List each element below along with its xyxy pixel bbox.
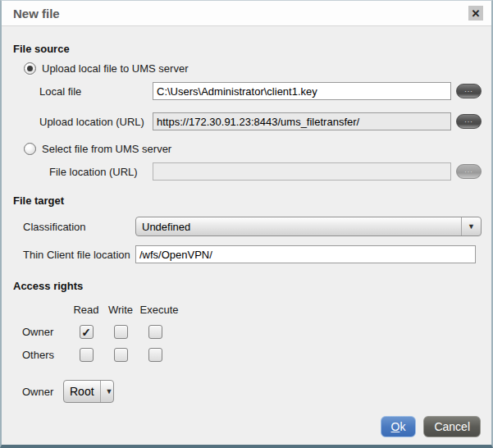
- chevron-down-icon[interactable]: ▼: [100, 381, 118, 402]
- column-execute: Execute: [138, 304, 180, 316]
- file-location-browse-button: ...: [456, 164, 482, 179]
- dialog-title: New file: [13, 7, 468, 21]
- local-file-browse-button[interactable]: ...: [456, 84, 482, 98]
- column-read: Read: [69, 304, 103, 316]
- owner-select-label: Owner: [22, 386, 62, 398]
- select-from-ums-radio-row: Select file from UMS server: [24, 143, 482, 155]
- local-file-row: Local file ...: [39, 82, 482, 100]
- others-row-label: Others: [22, 349, 69, 361]
- owner-execute-checkbox[interactable]: ✓: [148, 325, 162, 339]
- chevron-down-icon[interactable]: ▼: [461, 217, 481, 235]
- others-read-checkbox[interactable]: ✓: [80, 348, 94, 362]
- ok-button[interactable]: Ok: [381, 416, 417, 437]
- local-file-label: Local file: [39, 85, 153, 98]
- owner-write-checkbox[interactable]: ✓: [114, 325, 128, 339]
- thin-client-location-label: Thin Client file location: [23, 249, 135, 261]
- file-target-header: File target: [13, 194, 482, 207]
- footer-buttons: Ok Cancel: [381, 416, 481, 437]
- upload-location-row: Upload location (URL) ...: [39, 112, 482, 130]
- upload-location-input[interactable]: [153, 112, 451, 130]
- close-icon[interactable]: ✕: [468, 6, 483, 21]
- file-location-label: File location (URL): [49, 166, 153, 178]
- new-file-dialog: New file ✕ File source Upload local file…: [0, 0, 493, 448]
- file-location-input: [153, 162, 451, 181]
- upload-location-label: Upload location (URL): [39, 116, 153, 128]
- upload-location-browse-button[interactable]: ...: [456, 114, 482, 129]
- classification-row: Classification Undefined ▼: [23, 217, 482, 236]
- dialog-body: File source Upload local file to UMS ser…: [2, 26, 491, 403]
- upload-local-radio[interactable]: [24, 62, 36, 75]
- select-from-ums-radio-label[interactable]: Select file from UMS server: [42, 143, 171, 155]
- classification-value: Undefined: [136, 221, 461, 233]
- owner-row-label: Owner: [22, 326, 69, 338]
- others-execute-checkbox[interactable]: ✓: [148, 348, 162, 362]
- upload-local-radio-label[interactable]: Upload local file to UMS server: [42, 62, 188, 75]
- cancel-button[interactable]: Cancel: [423, 416, 481, 437]
- thin-client-location-input[interactable]: [135, 245, 476, 263]
- owner-select-row: Owner Root ▼: [22, 380, 482, 403]
- owner-select-value: Root: [64, 385, 100, 398]
- title-bar: New file ✕: [2, 1, 491, 26]
- owner-rights-row: Owner ✓ ✓ ✓: [22, 325, 482, 339]
- others-rights-row: Others ✓ ✓ ✓: [22, 348, 482, 362]
- access-rights-grid: Read Write Execute Owner ✓ ✓ ✓ Others ✓ …: [22, 304, 482, 362]
- column-write: Write: [103, 304, 138, 316]
- others-write-checkbox[interactable]: ✓: [114, 348, 128, 362]
- owner-select[interactable]: Root ▼: [63, 380, 114, 403]
- thin-client-location-row: Thin Client file location: [23, 245, 482, 263]
- file-location-row: File location (URL) ...: [49, 162, 482, 181]
- file-source-header: File source: [13, 43, 482, 55]
- classification-select[interactable]: Undefined ▼: [135, 217, 482, 236]
- upload-local-radio-row: Upload local file to UMS server: [24, 62, 482, 75]
- access-rights-header: Access rights: [13, 280, 482, 292]
- local-file-input[interactable]: [153, 82, 451, 100]
- access-rights-columns: Read Write Execute: [22, 304, 482, 316]
- owner-read-checkbox[interactable]: ✓: [80, 325, 94, 339]
- select-from-ums-radio[interactable]: [24, 143, 36, 155]
- classification-label: Classification: [23, 221, 135, 233]
